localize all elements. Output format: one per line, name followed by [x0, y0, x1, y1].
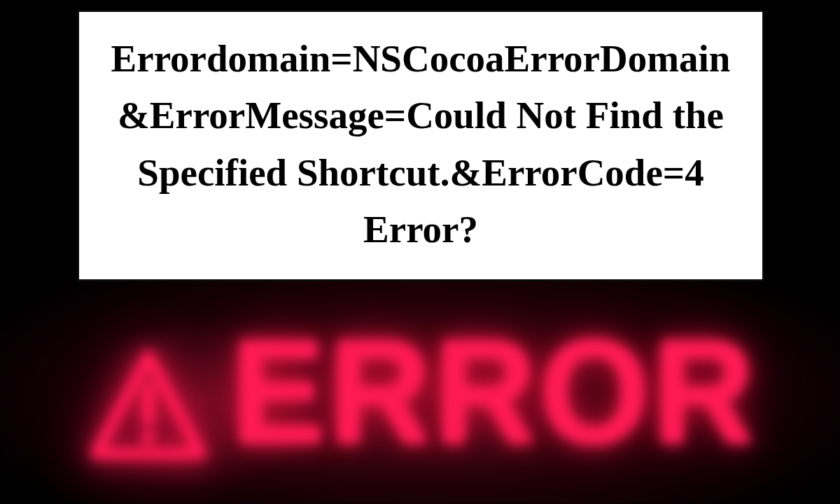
- warning-triangle-icon: [89, 346, 208, 465]
- headline-text: Errordomain=NSCocoaErrorDomain&ErrorMess…: [103, 30, 738, 258]
- neon-error-text: ERROR: [232, 318, 758, 465]
- headline-box: Errordomain=NSCocoaErrorDomain&ErrorMess…: [77, 10, 764, 281]
- image-canvas: ERROR Errordomain=NSCocoaErrorDomain&Err…: [0, 0, 840, 504]
- svg-point-1: [141, 430, 155, 444]
- neon-sign: ERROR: [0, 301, 840, 483]
